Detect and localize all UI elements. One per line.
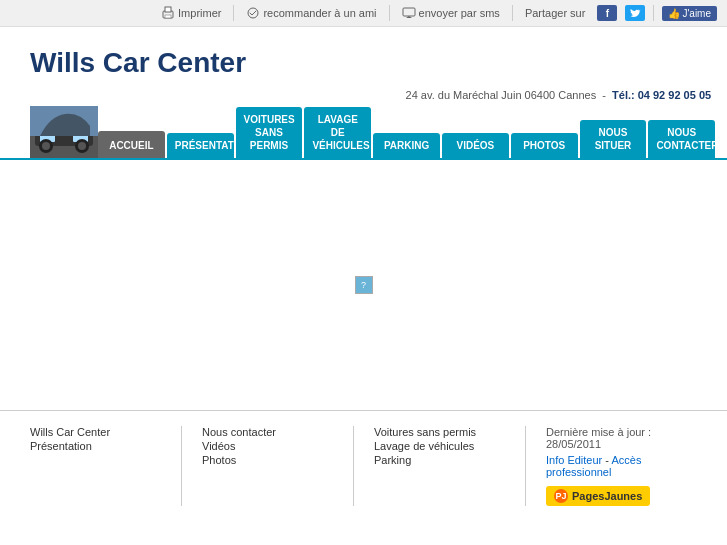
- site-title: Wills Car Center: [30, 47, 697, 79]
- footer-link-lavage[interactable]: Lavage de véhicules: [374, 440, 505, 452]
- phone-text: Tél.: 04 92 92 05 05: [612, 89, 711, 101]
- footer-divider-3: [525, 426, 526, 506]
- svg-rect-1: [165, 7, 171, 12]
- svg-rect-4: [403, 8, 415, 16]
- footer-legal-links: Info Editeur - Accès professionnel: [546, 454, 677, 478]
- thumbs-up-icon: 👍: [668, 8, 680, 19]
- tab-photos[interactable]: PHOTOS: [511, 133, 578, 158]
- twitter-button[interactable]: [625, 5, 645, 21]
- pages-jaunes-button[interactable]: PJ PagesJaunes: [546, 486, 650, 506]
- recommend-button[interactable]: recommander à un ami: [242, 4, 380, 22]
- svg-rect-2: [165, 15, 171, 18]
- divider2: [389, 5, 390, 21]
- content-image[interactable]: ?: [355, 276, 373, 294]
- tab-presentation[interactable]: PRÉSENTATION: [167, 133, 234, 158]
- footer-link-contact[interactable]: Nous contacter: [202, 426, 333, 438]
- divider3: [512, 5, 513, 21]
- footer-link-wills[interactable]: Wills Car Center: [30, 426, 161, 438]
- tab-accueil[interactable]: ACCUEIL: [98, 131, 165, 158]
- footer-link-videos[interactable]: Vidéos: [202, 440, 333, 452]
- print-button[interactable]: Imprimer: [157, 4, 225, 22]
- sms-icon: [402, 6, 416, 20]
- address-text: 24 av. du Maréchal Juin 06400 Cannes: [406, 89, 597, 101]
- footer-divider-2: [353, 426, 354, 506]
- footer-link-voitures[interactable]: Voitures sans permis: [374, 426, 505, 438]
- info-editeur-link[interactable]: Info Editeur: [546, 454, 602, 466]
- tab-videos[interactable]: VIDÉOS: [442, 133, 509, 158]
- nav-area: 24 av. du Maréchal Juin 06400 Cannes - T…: [0, 89, 727, 158]
- footer-link-parking[interactable]: Parking: [374, 454, 505, 466]
- tab-contacter[interactable]: NOUSCONTACTER: [648, 120, 715, 158]
- footer-col-2: Nous contacter Vidéos Photos: [202, 426, 353, 506]
- logo-image: [30, 106, 98, 158]
- tab-parking[interactable]: PARKING: [373, 133, 440, 158]
- jaime-button[interactable]: 👍 J'aime: [662, 6, 717, 21]
- footer: Wills Car Center Présentation Nous conta…: [0, 410, 727, 531]
- divider1: [233, 5, 234, 21]
- facebook-button[interactable]: f: [597, 5, 617, 21]
- sms-button[interactable]: envoyer par sms: [398, 4, 504, 22]
- pages-jaunes-icon: PJ: [554, 489, 568, 503]
- footer-col-3: Voitures sans permis Lavage de véhicules…: [374, 426, 525, 506]
- share-label: Partager sur: [525, 7, 586, 19]
- main-content: ?: [0, 160, 727, 410]
- footer-divider-1: [181, 426, 182, 506]
- nav-right: 24 av. du Maréchal Juin 06400 Cannes - T…: [98, 89, 715, 158]
- svg-point-13: [78, 142, 86, 150]
- tab-voitures[interactable]: VOITURESSANS PERMIS: [236, 107, 303, 158]
- pages-jaunes-label: PagesJaunes: [572, 490, 642, 502]
- print-icon: [161, 6, 175, 20]
- footer-col-4: Dernière mise à jour : 28/05/2011 Info E…: [546, 426, 697, 506]
- nav-tabs: ACCUEIL PRÉSENTATION VOITURESSANS PERMIS…: [98, 107, 715, 158]
- jaime-label: J'aime: [682, 8, 711, 19]
- tab-lavage[interactable]: LAVAGE DEVÉHICULES: [304, 107, 371, 158]
- footer-links: Wills Car Center Présentation Nous conta…: [30, 426, 697, 506]
- footer-link-presentation[interactable]: Présentation: [30, 440, 161, 452]
- recommend-icon: [246, 6, 260, 20]
- address-line: 24 av. du Maréchal Juin 06400 Cannes - T…: [406, 89, 716, 101]
- last-updated-text: Dernière mise à jour : 28/05/2011: [546, 426, 651, 450]
- tab-nous-situer[interactable]: NOUS SITUER: [580, 120, 647, 158]
- last-updated: Dernière mise à jour : 28/05/2011: [546, 426, 677, 450]
- share-button[interactable]: Partager sur: [521, 5, 590, 21]
- divider4: [653, 5, 654, 21]
- site-header: Wills Car Center: [0, 27, 727, 89]
- recommend-label: recommander à un ami: [263, 7, 376, 19]
- footer-col-1: Wills Car Center Présentation: [30, 426, 181, 506]
- svg-point-11: [42, 142, 50, 150]
- print-label: Imprimer: [178, 7, 221, 19]
- footer-link-photos[interactable]: Photos: [202, 454, 333, 466]
- top-toolbar: Imprimer recommander à un ami envoyer pa…: [0, 0, 727, 27]
- sms-label: envoyer par sms: [419, 7, 500, 19]
